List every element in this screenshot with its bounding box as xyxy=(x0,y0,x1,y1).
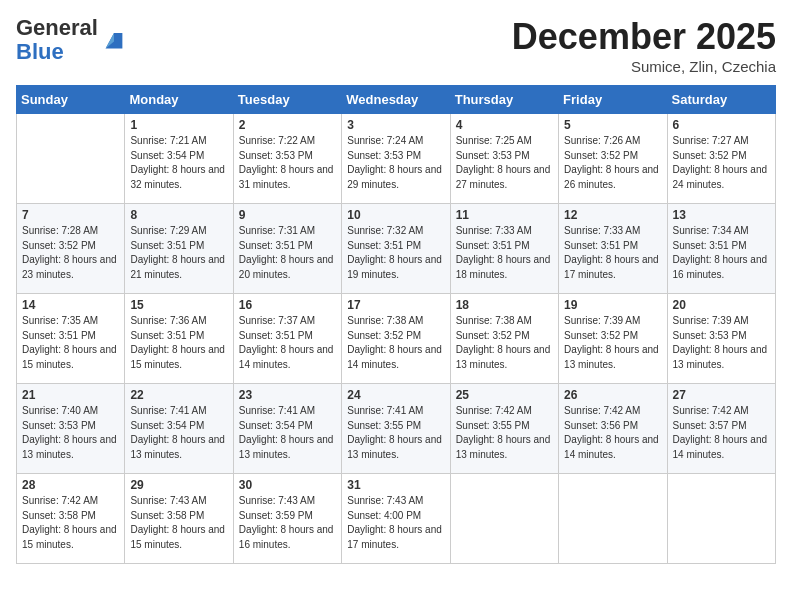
title-block: December 2025 Sumice, Zlin, Czechia xyxy=(512,16,776,75)
cell-info: Sunrise: 7:34 AMSunset: 3:51 PMDaylight:… xyxy=(673,224,770,282)
day-number: 10 xyxy=(347,208,444,222)
cell-info: Sunrise: 7:33 AMSunset: 3:51 PMDaylight:… xyxy=(564,224,661,282)
calendar-cell xyxy=(559,474,667,564)
cell-info: Sunrise: 7:27 AMSunset: 3:52 PMDaylight:… xyxy=(673,134,770,192)
calendar-cell: 21Sunrise: 7:40 AMSunset: 3:53 PMDayligh… xyxy=(17,384,125,474)
calendar-cell: 18Sunrise: 7:38 AMSunset: 3:52 PMDayligh… xyxy=(450,294,558,384)
week-row-3: 14Sunrise: 7:35 AMSunset: 3:51 PMDayligh… xyxy=(17,294,776,384)
calendar-cell xyxy=(17,114,125,204)
cell-info: Sunrise: 7:42 AMSunset: 3:58 PMDaylight:… xyxy=(22,494,119,552)
day-number: 11 xyxy=(456,208,553,222)
calendar-cell: 15Sunrise: 7:36 AMSunset: 3:51 PMDayligh… xyxy=(125,294,233,384)
day-number: 15 xyxy=(130,298,227,312)
cell-info: Sunrise: 7:36 AMSunset: 3:51 PMDaylight:… xyxy=(130,314,227,372)
calendar-cell: 12Sunrise: 7:33 AMSunset: 3:51 PMDayligh… xyxy=(559,204,667,294)
cell-info: Sunrise: 7:25 AMSunset: 3:53 PMDaylight:… xyxy=(456,134,553,192)
day-number: 18 xyxy=(456,298,553,312)
cell-info: Sunrise: 7:37 AMSunset: 3:51 PMDaylight:… xyxy=(239,314,336,372)
calendar-cell: 17Sunrise: 7:38 AMSunset: 3:52 PMDayligh… xyxy=(342,294,450,384)
calendar-cell: 2Sunrise: 7:22 AMSunset: 3:53 PMDaylight… xyxy=(233,114,341,204)
page-header: General Blue December 2025 Sumice, Zlin,… xyxy=(16,16,776,75)
calendar-cell: 8Sunrise: 7:29 AMSunset: 3:51 PMDaylight… xyxy=(125,204,233,294)
calendar-cell: 9Sunrise: 7:31 AMSunset: 3:51 PMDaylight… xyxy=(233,204,341,294)
calendar-cell: 27Sunrise: 7:42 AMSunset: 3:57 PMDayligh… xyxy=(667,384,775,474)
day-number: 8 xyxy=(130,208,227,222)
cell-info: Sunrise: 7:38 AMSunset: 3:52 PMDaylight:… xyxy=(456,314,553,372)
day-number: 21 xyxy=(22,388,119,402)
calendar-cell: 19Sunrise: 7:39 AMSunset: 3:52 PMDayligh… xyxy=(559,294,667,384)
week-row-2: 7Sunrise: 7:28 AMSunset: 3:52 PMDaylight… xyxy=(17,204,776,294)
calendar-cell: 22Sunrise: 7:41 AMSunset: 3:54 PMDayligh… xyxy=(125,384,233,474)
logo-general: General xyxy=(16,15,98,40)
calendar-header-row: SundayMondayTuesdayWednesdayThursdayFrid… xyxy=(17,86,776,114)
cell-info: Sunrise: 7:26 AMSunset: 3:52 PMDaylight:… xyxy=(564,134,661,192)
calendar-table: SundayMondayTuesdayWednesdayThursdayFrid… xyxy=(16,85,776,564)
col-header-saturday: Saturday xyxy=(667,86,775,114)
logo-icon xyxy=(100,26,128,54)
cell-info: Sunrise: 7:24 AMSunset: 3:53 PMDaylight:… xyxy=(347,134,444,192)
cell-info: Sunrise: 7:42 AMSunset: 3:56 PMDaylight:… xyxy=(564,404,661,462)
calendar-cell: 7Sunrise: 7:28 AMSunset: 3:52 PMDaylight… xyxy=(17,204,125,294)
calendar-cell: 6Sunrise: 7:27 AMSunset: 3:52 PMDaylight… xyxy=(667,114,775,204)
location: Sumice, Zlin, Czechia xyxy=(512,58,776,75)
day-number: 1 xyxy=(130,118,227,132)
day-number: 31 xyxy=(347,478,444,492)
cell-info: Sunrise: 7:28 AMSunset: 3:52 PMDaylight:… xyxy=(22,224,119,282)
cell-info: Sunrise: 7:32 AMSunset: 3:51 PMDaylight:… xyxy=(347,224,444,282)
col-header-thursday: Thursday xyxy=(450,86,558,114)
col-header-friday: Friday xyxy=(559,86,667,114)
cell-info: Sunrise: 7:43 AMSunset: 3:58 PMDaylight:… xyxy=(130,494,227,552)
day-number: 16 xyxy=(239,298,336,312)
day-number: 13 xyxy=(673,208,770,222)
day-number: 7 xyxy=(22,208,119,222)
cell-info: Sunrise: 7:33 AMSunset: 3:51 PMDaylight:… xyxy=(456,224,553,282)
calendar-cell: 30Sunrise: 7:43 AMSunset: 3:59 PMDayligh… xyxy=(233,474,341,564)
cell-info: Sunrise: 7:42 AMSunset: 3:55 PMDaylight:… xyxy=(456,404,553,462)
calendar-cell: 4Sunrise: 7:25 AMSunset: 3:53 PMDaylight… xyxy=(450,114,558,204)
cell-info: Sunrise: 7:31 AMSunset: 3:51 PMDaylight:… xyxy=(239,224,336,282)
day-number: 4 xyxy=(456,118,553,132)
calendar-cell: 29Sunrise: 7:43 AMSunset: 3:58 PMDayligh… xyxy=(125,474,233,564)
calendar-cell: 16Sunrise: 7:37 AMSunset: 3:51 PMDayligh… xyxy=(233,294,341,384)
calendar-cell: 13Sunrise: 7:34 AMSunset: 3:51 PMDayligh… xyxy=(667,204,775,294)
cell-info: Sunrise: 7:21 AMSunset: 3:54 PMDaylight:… xyxy=(130,134,227,192)
week-row-5: 28Sunrise: 7:42 AMSunset: 3:58 PMDayligh… xyxy=(17,474,776,564)
day-number: 30 xyxy=(239,478,336,492)
week-row-4: 21Sunrise: 7:40 AMSunset: 3:53 PMDayligh… xyxy=(17,384,776,474)
day-number: 23 xyxy=(239,388,336,402)
day-number: 29 xyxy=(130,478,227,492)
calendar-cell: 5Sunrise: 7:26 AMSunset: 3:52 PMDaylight… xyxy=(559,114,667,204)
calendar-cell: 14Sunrise: 7:35 AMSunset: 3:51 PMDayligh… xyxy=(17,294,125,384)
calendar-cell: 25Sunrise: 7:42 AMSunset: 3:55 PMDayligh… xyxy=(450,384,558,474)
cell-info: Sunrise: 7:41 AMSunset: 3:54 PMDaylight:… xyxy=(239,404,336,462)
cell-info: Sunrise: 7:35 AMSunset: 3:51 PMDaylight:… xyxy=(22,314,119,372)
calendar-cell: 3Sunrise: 7:24 AMSunset: 3:53 PMDaylight… xyxy=(342,114,450,204)
calendar-cell xyxy=(450,474,558,564)
day-number: 5 xyxy=(564,118,661,132)
col-header-sunday: Sunday xyxy=(17,86,125,114)
calendar-body: 1Sunrise: 7:21 AMSunset: 3:54 PMDaylight… xyxy=(17,114,776,564)
cell-info: Sunrise: 7:41 AMSunset: 3:55 PMDaylight:… xyxy=(347,404,444,462)
day-number: 3 xyxy=(347,118,444,132)
cell-info: Sunrise: 7:39 AMSunset: 3:53 PMDaylight:… xyxy=(673,314,770,372)
calendar-cell: 31Sunrise: 7:43 AMSunset: 4:00 PMDayligh… xyxy=(342,474,450,564)
week-row-1: 1Sunrise: 7:21 AMSunset: 3:54 PMDaylight… xyxy=(17,114,776,204)
logo: General Blue xyxy=(16,16,128,64)
logo-blue: Blue xyxy=(16,39,64,64)
cell-info: Sunrise: 7:43 AMSunset: 3:59 PMDaylight:… xyxy=(239,494,336,552)
day-number: 19 xyxy=(564,298,661,312)
cell-info: Sunrise: 7:42 AMSunset: 3:57 PMDaylight:… xyxy=(673,404,770,462)
month-title: December 2025 xyxy=(512,16,776,58)
day-number: 27 xyxy=(673,388,770,402)
calendar-cell: 28Sunrise: 7:42 AMSunset: 3:58 PMDayligh… xyxy=(17,474,125,564)
calendar-cell: 1Sunrise: 7:21 AMSunset: 3:54 PMDaylight… xyxy=(125,114,233,204)
cell-info: Sunrise: 7:43 AMSunset: 4:00 PMDaylight:… xyxy=(347,494,444,552)
calendar-cell: 20Sunrise: 7:39 AMSunset: 3:53 PMDayligh… xyxy=(667,294,775,384)
calendar-cell xyxy=(667,474,775,564)
cell-info: Sunrise: 7:29 AMSunset: 3:51 PMDaylight:… xyxy=(130,224,227,282)
day-number: 24 xyxy=(347,388,444,402)
day-number: 17 xyxy=(347,298,444,312)
day-number: 2 xyxy=(239,118,336,132)
col-header-tuesday: Tuesday xyxy=(233,86,341,114)
cell-info: Sunrise: 7:38 AMSunset: 3:52 PMDaylight:… xyxy=(347,314,444,372)
